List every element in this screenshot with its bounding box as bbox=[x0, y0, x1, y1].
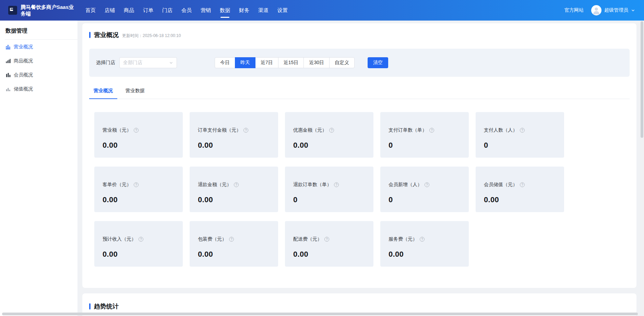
help-icon[interactable]: ? bbox=[429, 128, 434, 133]
horizontal-scrollbar-thumb[interactable] bbox=[2, 313, 638, 315]
vertical-scrollbar-thumb[interactable] bbox=[641, 21, 643, 138]
nav-item-home[interactable]: 首页 bbox=[81, 0, 100, 21]
stat-value: 0.00 bbox=[198, 250, 270, 259]
stat-value: 0.00 bbox=[103, 141, 175, 150]
help-icon[interactable]: ? bbox=[425, 182, 429, 187]
title-accent-bar bbox=[89, 303, 91, 309]
nav-item-shop[interactable]: 门店 bbox=[158, 0, 177, 21]
stat-card-delivery-fee: 配送费（元）? 0.00 bbox=[285, 221, 373, 267]
help-icon[interactable]: ? bbox=[134, 182, 139, 187]
official-site-link[interactable]: 官方网站 bbox=[564, 7, 584, 13]
user-menu[interactable]: 超级管理员 bbox=[591, 5, 635, 15]
bar-chart-icon bbox=[5, 44, 11, 49]
range-button-15days[interactable]: 近15日 bbox=[278, 57, 304, 68]
clear-button[interactable]: 清空 bbox=[368, 57, 388, 68]
logo-icon bbox=[8, 6, 17, 15]
stat-card-discount-amount: 优惠金额（元）? 0.00 bbox=[285, 112, 373, 158]
stat-value: 0.00 bbox=[198, 141, 270, 150]
nav-item-order[interactable]: 订单 bbox=[139, 0, 158, 21]
stat-card-paying-users: 支付人数（人）? 0 bbox=[476, 112, 564, 158]
bar-chart-icon bbox=[5, 72, 11, 77]
stat-value: 0 bbox=[389, 141, 461, 150]
help-icon[interactable]: ? bbox=[139, 237, 143, 242]
stat-label: 退款订单数（单） bbox=[293, 182, 332, 188]
vertical-scrollbar-track bbox=[640, 21, 644, 316]
logo[interactable]: 腾马餐饮多商户Saas业务端 bbox=[8, 4, 79, 17]
range-button-custom[interactable]: 自定义 bbox=[329, 57, 355, 68]
bar-chart-icon bbox=[5, 58, 11, 63]
stat-label: 会员新增（人） bbox=[389, 182, 422, 188]
nav-item-member[interactable]: 会员 bbox=[177, 0, 196, 21]
help-icon[interactable]: ? bbox=[243, 128, 248, 133]
sidebar-item-label: 会员概况 bbox=[14, 72, 33, 78]
nav-item-settings[interactable]: 设置 bbox=[273, 0, 292, 21]
stat-cards-grid: 营业额（元）? 0.00 订单支付金额（元）? 0.00 优惠金额（元）? 0.… bbox=[94, 112, 630, 267]
stat-label: 服务费（元） bbox=[389, 236, 417, 242]
stat-value: 0 bbox=[484, 141, 556, 150]
horizontal-scrollbar-track bbox=[0, 312, 644, 316]
stat-label: 支付人数（人） bbox=[484, 127, 517, 133]
stat-card-service-fee: 服务费（元）? 0.00 bbox=[380, 221, 469, 267]
stat-label: 支付订单数（单） bbox=[389, 127, 427, 133]
stat-card-avg-order-value: 客单价（元）? 0.00 bbox=[94, 167, 183, 212]
help-icon[interactable]: ? bbox=[324, 237, 329, 242]
range-button-today[interactable]: 今日 bbox=[215, 57, 235, 68]
business-overview-panel: 营业概况 更新时间：2025-06-18 12:00:10 选择门店 全部门店 … bbox=[82, 23, 636, 288]
section-header: 趋势统计 bbox=[89, 302, 630, 311]
overview-tabs: 营业概况 营业数据 bbox=[89, 86, 630, 99]
trend-title: 趋势统计 bbox=[94, 302, 119, 311]
help-icon[interactable]: ? bbox=[420, 237, 425, 242]
help-icon[interactable]: ? bbox=[520, 128, 525, 133]
tab-business-data[interactable]: 营业数据 bbox=[121, 86, 149, 99]
stat-value: 0 bbox=[389, 195, 461, 204]
update-time: 更新时间：2025-06-18 12:00:10 bbox=[122, 33, 181, 39]
help-icon[interactable]: ? bbox=[334, 182, 339, 187]
help-icon[interactable]: ? bbox=[520, 182, 525, 187]
help-icon[interactable]: ? bbox=[229, 237, 234, 242]
stat-label: 订单支付金额（元） bbox=[198, 127, 241, 133]
nav-item-data[interactable]: 数据 bbox=[215, 0, 235, 21]
bar-chart-icon bbox=[5, 86, 11, 92]
range-button-yesterday[interactable]: 昨天 bbox=[235, 57, 255, 68]
stat-label: 优惠金额（元） bbox=[293, 127, 327, 133]
stat-value: 0.00 bbox=[293, 141, 365, 150]
sidebar-item-label: 营业概况 bbox=[14, 44, 33, 50]
nav-item-channel[interactable]: 渠道 bbox=[254, 0, 273, 21]
stat-card-order-paid-amount: 订单支付金额（元）? 0.00 bbox=[190, 112, 278, 158]
stat-value: 0.00 bbox=[484, 195, 556, 204]
sidebar-item-goods-overview[interactable]: 商品概况 bbox=[0, 54, 77, 68]
range-button-7days[interactable]: 近7日 bbox=[255, 57, 278, 68]
help-icon[interactable]: ? bbox=[329, 128, 334, 133]
stat-label: 包装费（元） bbox=[198, 236, 227, 242]
nav-item-marketing[interactable]: 营销 bbox=[196, 0, 215, 21]
sidebar-item-member-overview[interactable]: 会员概况 bbox=[0, 68, 77, 82]
main-content: 营业概况 更新时间：2025-06-18 12:00:10 选择门店 全部门店 … bbox=[77, 21, 640, 316]
store-select-placeholder: 全部门店 bbox=[123, 60, 142, 66]
nav-item-goods[interactable]: 商品 bbox=[119, 0, 139, 21]
update-time-value: 2025-06-18 12:00:10 bbox=[143, 33, 181, 38]
sidebar-item-label: 储值概况 bbox=[14, 86, 33, 92]
stat-label: 会员储值（元） bbox=[484, 182, 517, 188]
range-button-30days[interactable]: 近30日 bbox=[303, 57, 330, 68]
stat-card-expected-income: 预计收入（元）? 0.00 bbox=[94, 221, 183, 267]
update-time-label: 更新时间： bbox=[122, 33, 143, 38]
page-title: 营业概况 bbox=[94, 31, 119, 39]
tab-business-overview[interactable]: 营业概况 bbox=[89, 86, 117, 99]
stat-label: 配送费（元） bbox=[293, 236, 322, 242]
nav-item-finance[interactable]: 财务 bbox=[235, 0, 254, 21]
help-icon[interactable]: ? bbox=[134, 128, 139, 133]
nav-item-store[interactable]: 店铺 bbox=[100, 0, 119, 21]
stat-card-refund-amount: 退款金额（元）? 0.00 bbox=[190, 167, 278, 212]
help-icon[interactable]: ? bbox=[234, 182, 239, 187]
user-icon bbox=[591, 5, 601, 15]
sidebar-heading: 数据管理 bbox=[0, 21, 77, 35]
top-navbar: 腾马餐饮多商户Saas业务端 首页 店铺 商品 订单 门店 会员 营销 数据 财… bbox=[0, 0, 644, 21]
store-select[interactable]: 全部门店 bbox=[119, 57, 177, 68]
stat-label: 营业额（元） bbox=[103, 127, 131, 133]
sidebar-item-stored-value-overview[interactable]: 储值概况 bbox=[0, 82, 77, 96]
stat-label: 退款金额（元） bbox=[198, 182, 231, 188]
navbar-right: 官方网站 超级管理员 bbox=[564, 5, 635, 15]
stat-card-member-stored-value: 会员储值（元）? 0.00 bbox=[476, 167, 564, 212]
sidebar-item-business-overview[interactable]: 营业概况 bbox=[0, 40, 77, 54]
chevron-down-icon bbox=[631, 8, 635, 12]
